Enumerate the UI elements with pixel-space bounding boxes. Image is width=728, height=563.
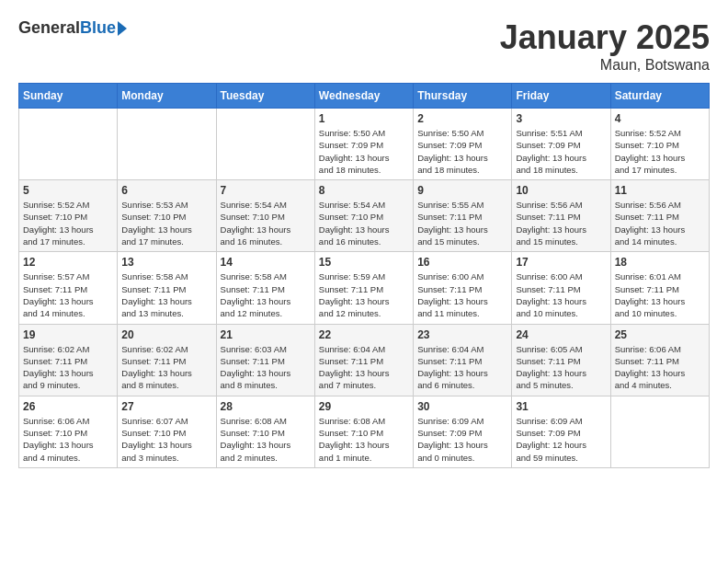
day-info: Sunrise: 6:09 AM Sunset: 7:09 PM Dayligh… [516, 415, 606, 464]
day-info: Sunrise: 5:50 AM Sunset: 7:09 PM Dayligh… [319, 127, 409, 176]
calendar-cell: 27Sunrise: 6:07 AM Sunset: 7:10 PM Dayli… [118, 396, 216, 467]
calendar-cell: 1Sunrise: 5:50 AM Sunset: 7:09 PM Daylig… [314, 109, 413, 180]
day-info: Sunrise: 5:59 AM Sunset: 7:11 PM Dayligh… [319, 270, 409, 319]
calendar-table: SundayMondayTuesdayWednesdayThursdayFrid… [18, 83, 710, 468]
day-info: Sunrise: 6:05 AM Sunset: 7:11 PM Dayligh… [516, 343, 606, 392]
calendar-cell: 12Sunrise: 5:57 AM Sunset: 7:11 PM Dayli… [19, 252, 118, 324]
calendar-cell: 29Sunrise: 6:08 AM Sunset: 7:10 PM Dayli… [314, 396, 413, 467]
day-number: 20 [121, 328, 211, 341]
calendar-cell: 14Sunrise: 5:58 AM Sunset: 7:11 PM Dayli… [216, 252, 314, 324]
calendar-cell: 6Sunrise: 5:53 AM Sunset: 7:10 PM Daylig… [118, 180, 216, 252]
day-number: 11 [615, 184, 705, 197]
day-info: Sunrise: 5:56 AM Sunset: 7:11 PM Dayligh… [615, 199, 705, 247]
calendar-cell: 11Sunrise: 5:56 AM Sunset: 7:11 PM Dayli… [610, 180, 709, 252]
day-info: Sunrise: 6:08 AM Sunset: 7:10 PM Dayligh… [319, 415, 409, 464]
calendar-cell: 7Sunrise: 5:54 AM Sunset: 7:10 PM Daylig… [216, 180, 314, 252]
day-number: 10 [516, 184, 606, 197]
day-info: Sunrise: 6:02 AM Sunset: 7:11 PM Dayligh… [23, 343, 113, 392]
day-info: Sunrise: 6:00 AM Sunset: 7:11 PM Dayligh… [516, 270, 606, 319]
calendar-cell: 10Sunrise: 5:56 AM Sunset: 7:11 PM Dayli… [512, 180, 610, 252]
calendar-cell: 21Sunrise: 6:03 AM Sunset: 7:11 PM Dayli… [216, 324, 314, 396]
day-info: Sunrise: 6:08 AM Sunset: 7:10 PM Dayligh… [221, 415, 311, 464]
weekday-header-thursday: Thursday [414, 84, 512, 109]
calendar-row-3: 12Sunrise: 5:57 AM Sunset: 7:11 PM Dayli… [19, 252, 710, 324]
month-title: January 2025 [500, 18, 710, 57]
calendar-cell [19, 109, 118, 180]
day-number: 21 [221, 328, 311, 341]
calendar-cell: 26Sunrise: 6:06 AM Sunset: 7:10 PM Dayli… [19, 396, 118, 467]
logo-triangle-icon [118, 21, 127, 36]
calendar-cell: 18Sunrise: 6:01 AM Sunset: 7:11 PM Dayli… [610, 252, 709, 324]
day-info: Sunrise: 5:52 AM Sunset: 7:10 PM Dayligh… [615, 127, 705, 176]
day-info: Sunrise: 6:02 AM Sunset: 7:11 PM Dayligh… [121, 343, 211, 392]
day-number: 13 [121, 256, 211, 269]
day-info: Sunrise: 5:53 AM Sunset: 7:10 PM Dayligh… [121, 199, 211, 247]
day-info: Sunrise: 6:07 AM Sunset: 7:10 PM Dayligh… [121, 415, 211, 464]
day-info: Sunrise: 6:06 AM Sunset: 7:10 PM Dayligh… [23, 415, 113, 464]
day-number: 16 [417, 256, 507, 269]
calendar-cell: 2Sunrise: 5:50 AM Sunset: 7:09 PM Daylig… [414, 109, 512, 180]
calendar-cell [610, 396, 709, 467]
day-info: Sunrise: 6:04 AM Sunset: 7:11 PM Dayligh… [417, 343, 507, 392]
day-number: 8 [319, 184, 409, 197]
day-info: Sunrise: 6:01 AM Sunset: 7:11 PM Dayligh… [615, 270, 705, 319]
calendar-row-5: 26Sunrise: 6:06 AM Sunset: 7:10 PM Dayli… [19, 396, 710, 467]
day-info: Sunrise: 5:56 AM Sunset: 7:11 PM Dayligh… [516, 199, 606, 247]
calendar-cell: 13Sunrise: 5:58 AM Sunset: 7:11 PM Dayli… [118, 252, 216, 324]
calendar-row-4: 19Sunrise: 6:02 AM Sunset: 7:11 PM Dayli… [19, 324, 710, 396]
calendar-cell: 20Sunrise: 6:02 AM Sunset: 7:11 PM Dayli… [118, 324, 216, 396]
weekday-header-wednesday: Wednesday [314, 84, 413, 109]
day-number: 5 [23, 184, 113, 197]
day-info: Sunrise: 5:55 AM Sunset: 7:11 PM Dayligh… [417, 199, 507, 247]
day-info: Sunrise: 5:52 AM Sunset: 7:10 PM Dayligh… [23, 199, 113, 247]
day-number: 14 [221, 256, 311, 269]
day-info: Sunrise: 5:57 AM Sunset: 7:11 PM Dayligh… [23, 270, 113, 319]
day-info: Sunrise: 5:58 AM Sunset: 7:11 PM Dayligh… [221, 270, 311, 319]
day-number: 22 [319, 328, 409, 341]
calendar-cell: 15Sunrise: 5:59 AM Sunset: 7:11 PM Dayli… [314, 252, 413, 324]
weekday-header-saturday: Saturday [610, 84, 709, 109]
calendar-row-1: 1Sunrise: 5:50 AM Sunset: 7:09 PM Daylig… [19, 109, 710, 180]
weekday-header-monday: Monday [118, 84, 216, 109]
calendar-cell: 16Sunrise: 6:00 AM Sunset: 7:11 PM Dayli… [414, 252, 512, 324]
title-block: January 2025 Maun, Botswana [500, 18, 710, 74]
day-number: 29 [319, 400, 409, 413]
day-info: Sunrise: 5:51 AM Sunset: 7:09 PM Dayligh… [516, 127, 606, 176]
day-number: 30 [417, 400, 507, 413]
calendar-cell [216, 109, 314, 180]
calendar-cell: 17Sunrise: 6:00 AM Sunset: 7:11 PM Dayli… [512, 252, 610, 324]
day-number: 28 [221, 400, 311, 413]
calendar-cell: 24Sunrise: 6:05 AM Sunset: 7:11 PM Dayli… [512, 324, 610, 396]
day-number: 9 [417, 184, 507, 197]
day-info: Sunrise: 5:50 AM Sunset: 7:09 PM Dayligh… [417, 127, 507, 176]
day-info: Sunrise: 6:04 AM Sunset: 7:11 PM Dayligh… [319, 343, 409, 392]
logo: General Blue [18, 18, 127, 38]
calendar-cell: 9Sunrise: 5:55 AM Sunset: 7:11 PM Daylig… [414, 180, 512, 252]
calendar-cell: 8Sunrise: 5:54 AM Sunset: 7:10 PM Daylig… [314, 180, 413, 252]
day-number: 31 [516, 400, 606, 413]
day-number: 18 [615, 256, 705, 269]
day-info: Sunrise: 6:03 AM Sunset: 7:11 PM Dayligh… [221, 343, 311, 392]
day-number: 26 [23, 400, 113, 413]
weekday-header-tuesday: Tuesday [216, 84, 314, 109]
day-number: 7 [221, 184, 311, 197]
calendar-cell [118, 109, 216, 180]
day-info: Sunrise: 5:54 AM Sunset: 7:10 PM Dayligh… [221, 199, 311, 247]
day-info: Sunrise: 6:00 AM Sunset: 7:11 PM Dayligh… [417, 270, 507, 319]
calendar-cell: 5Sunrise: 5:52 AM Sunset: 7:10 PM Daylig… [19, 180, 118, 252]
day-number: 3 [516, 112, 606, 125]
day-number: 23 [417, 328, 507, 341]
calendar-cell: 28Sunrise: 6:08 AM Sunset: 7:10 PM Dayli… [216, 396, 314, 467]
calendar-cell: 4Sunrise: 5:52 AM Sunset: 7:10 PM Daylig… [610, 109, 709, 180]
day-number: 15 [319, 256, 409, 269]
day-number: 2 [417, 112, 507, 125]
calendar-cell: 23Sunrise: 6:04 AM Sunset: 7:11 PM Dayli… [414, 324, 512, 396]
calendar-cell: 30Sunrise: 6:09 AM Sunset: 7:09 PM Dayli… [414, 396, 512, 467]
calendar-cell: 25Sunrise: 6:06 AM Sunset: 7:11 PM Dayli… [610, 324, 709, 396]
day-info: Sunrise: 6:09 AM Sunset: 7:09 PM Dayligh… [417, 415, 507, 464]
day-number: 25 [615, 328, 705, 341]
day-number: 12 [23, 256, 113, 269]
logo-general-text: General [18, 18, 80, 38]
day-info: Sunrise: 5:54 AM Sunset: 7:10 PM Dayligh… [319, 199, 409, 247]
day-info: Sunrise: 6:06 AM Sunset: 7:11 PM Dayligh… [615, 343, 705, 392]
